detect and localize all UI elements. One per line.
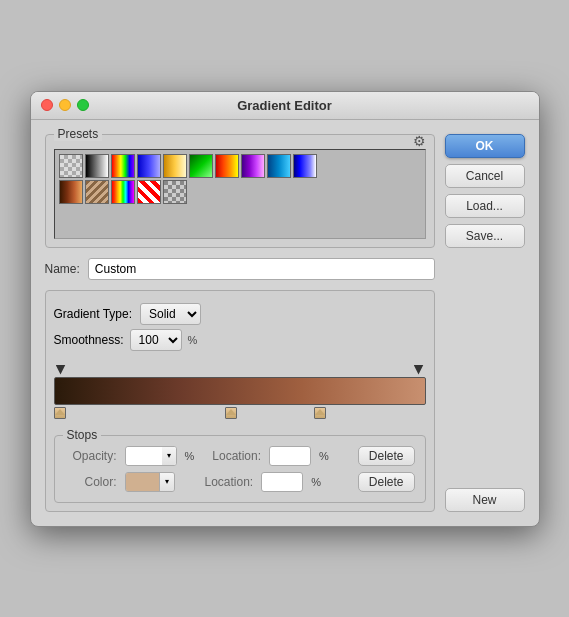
gradient-type-row: Gradient Type: Solid Noise xyxy=(54,299,426,329)
cancel-button[interactable]: Cancel xyxy=(445,164,525,188)
close-button[interactable] xyxy=(41,99,53,111)
color-dropdown-arrow[interactable]: ▾ xyxy=(160,473,174,491)
preset-swatch[interactable] xyxy=(163,180,187,204)
name-label: Name: xyxy=(45,262,80,276)
preset-swatch[interactable] xyxy=(189,154,213,178)
delete-color-button[interactable]: Delete xyxy=(358,472,415,492)
preset-swatch[interactable] xyxy=(59,180,83,204)
opacity-dropdown-arrow[interactable]: ▾ xyxy=(162,447,176,465)
location-label-2: Location: xyxy=(205,475,254,489)
color-label: Color: xyxy=(65,475,117,489)
color-swatch-preview[interactable] xyxy=(126,473,160,491)
presets-section: Presets ⚙ xyxy=(45,134,435,248)
presets-row-1 xyxy=(59,154,421,178)
stops-label: Stops xyxy=(63,428,102,442)
gradient-bar[interactable] xyxy=(54,377,426,405)
location-unit-2: % xyxy=(311,476,321,488)
main-panel: Presets ⚙ xyxy=(45,134,435,512)
window-content: Presets ⚙ xyxy=(31,120,539,526)
opacity-stop-right[interactable] xyxy=(414,365,424,375)
color-stop-2[interactable] xyxy=(225,407,237,421)
preset-swatch[interactable] xyxy=(59,154,83,178)
smoothness-row: Smoothness: 100 75 50 % xyxy=(54,329,426,351)
preset-swatch[interactable] xyxy=(241,154,265,178)
opacity-label: Opacity: xyxy=(65,449,117,463)
preset-swatch[interactable] xyxy=(293,154,317,178)
gear-icon[interactable]: ⚙ xyxy=(413,133,426,149)
new-button[interactable]: New xyxy=(445,488,525,512)
preset-swatch[interactable] xyxy=(85,180,109,204)
preset-swatch[interactable] xyxy=(215,154,239,178)
gradient-settings-box: Gradient Type: Solid Noise Smoothness: 1… xyxy=(45,290,435,512)
minimize-button[interactable] xyxy=(59,99,71,111)
color-stop-3[interactable] xyxy=(314,407,326,421)
presets-container xyxy=(54,149,426,239)
presets-label: Presets xyxy=(54,127,103,141)
stops-section: Stops Opacity: ▾ % Location: % Delete xyxy=(54,435,426,503)
maximize-button[interactable] xyxy=(77,99,89,111)
save-button[interactable]: Save... xyxy=(445,224,525,248)
gradient-type-select[interactable]: Solid Noise xyxy=(140,303,201,325)
titlebar: Gradient Editor xyxy=(31,92,539,120)
preset-swatch[interactable] xyxy=(137,154,161,178)
name-input[interactable] xyxy=(88,258,435,280)
location-field-2[interactable] xyxy=(261,472,303,492)
ok-button[interactable]: OK xyxy=(445,134,525,158)
preset-swatch[interactable] xyxy=(137,180,161,204)
opacity-field[interactable] xyxy=(126,447,162,465)
location-label-1: Location: xyxy=(212,449,261,463)
opacity-value-input[interactable]: ▾ xyxy=(125,446,177,466)
delete-opacity-button[interactable]: Delete xyxy=(358,446,415,466)
preset-swatch[interactable] xyxy=(85,154,109,178)
opacity-stop-row: Opacity: ▾ % Location: % Delete xyxy=(65,446,415,466)
color-stop-1[interactable] xyxy=(54,407,66,421)
color-stop-row: Color: ▾ Location: % Delete xyxy=(65,472,415,492)
preset-swatch[interactable] xyxy=(111,180,135,204)
top-stops xyxy=(54,361,426,375)
name-row: Name: xyxy=(45,258,435,280)
gradient-editor-window: Gradient Editor Presets ⚙ xyxy=(30,91,540,527)
window-controls xyxy=(41,99,89,111)
smoothness-select[interactable]: 100 75 50 xyxy=(130,329,182,351)
side-buttons: OK Cancel Load... Save... New xyxy=(445,134,525,512)
preset-swatch[interactable] xyxy=(111,154,135,178)
presets-row-2 xyxy=(59,180,421,204)
smoothness-unit: % xyxy=(188,334,198,346)
color-swatch-container[interactable]: ▾ xyxy=(125,472,175,492)
preset-swatch[interactable] xyxy=(267,154,291,178)
preset-swatch[interactable] xyxy=(163,154,187,178)
window-title: Gradient Editor xyxy=(237,98,332,113)
opacity-stop-left[interactable] xyxy=(56,365,66,375)
location-unit-1: % xyxy=(319,450,329,462)
opacity-percent: % xyxy=(185,450,195,462)
location-field-1[interactable] xyxy=(269,446,311,466)
gradient-type-label: Gradient Type: xyxy=(54,307,133,321)
load-button[interactable]: Load... xyxy=(445,194,525,218)
bottom-stops xyxy=(54,407,426,427)
gradient-bar-container xyxy=(54,361,426,427)
smoothness-label: Smoothness: xyxy=(54,333,124,347)
